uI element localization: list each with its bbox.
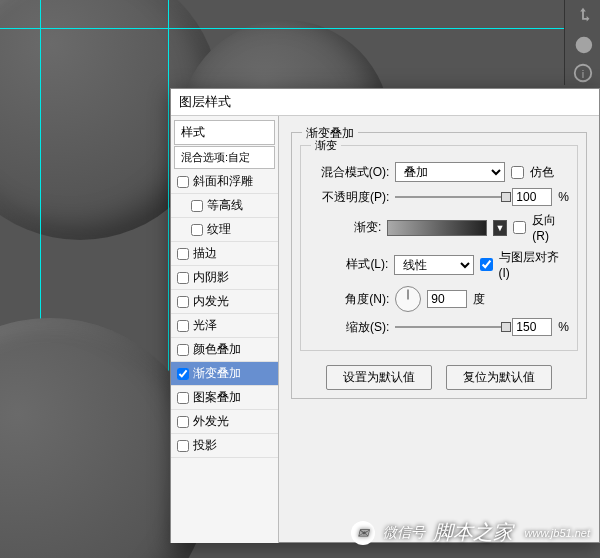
sidebar-item[interactable]: 渐变叠加 bbox=[171, 362, 278, 386]
sidebar-item-label: 内阴影 bbox=[193, 269, 229, 286]
sidebar-item[interactable]: 纹理 bbox=[171, 218, 278, 242]
sidebar-item-label: 等高线 bbox=[207, 197, 243, 214]
dither-checkbox[interactable] bbox=[511, 166, 524, 179]
guide-horizontal bbox=[0, 28, 600, 29]
angle-dial[interactable] bbox=[395, 286, 421, 312]
opacity-input[interactable] bbox=[512, 188, 552, 206]
sidebar-item[interactable]: 等高线 bbox=[171, 194, 278, 218]
wechat-icon: ✉ bbox=[351, 521, 375, 545]
sidebar-item[interactable]: 图案叠加 bbox=[171, 386, 278, 410]
dialog-title: 图层样式 bbox=[171, 89, 599, 116]
sidebar-item[interactable]: 内阴影 bbox=[171, 266, 278, 290]
style-checkbox[interactable] bbox=[191, 224, 203, 236]
sidebar-item-label: 纹理 bbox=[207, 221, 231, 238]
gradient-label: 渐变: bbox=[309, 219, 381, 236]
sidebar-item-label: 外发光 bbox=[193, 413, 229, 430]
content-panel: 渐变叠加 渐变 混合模式(O): 叠加 仿色 不透明度(P): % bbox=[279, 116, 599, 543]
sidebar-item-label: 内发光 bbox=[193, 293, 229, 310]
watermark-prefix: 微信号 bbox=[383, 524, 425, 542]
sidebar-item-label: 渐变叠加 bbox=[193, 365, 241, 382]
style-checkbox[interactable] bbox=[191, 200, 203, 212]
opacity-label: 不透明度(P): bbox=[309, 189, 389, 206]
sidebar-blend-options[interactable]: 混合选项:自定 bbox=[174, 146, 275, 169]
blend-mode-select[interactable]: 叠加 bbox=[395, 162, 505, 182]
sidebar-item-label: 光泽 bbox=[193, 317, 217, 334]
sidebar-item-label: 描边 bbox=[193, 245, 217, 262]
gradient-dropdown-icon[interactable]: ▼ bbox=[493, 220, 508, 236]
style-checkbox[interactable] bbox=[177, 368, 189, 380]
percent-label: % bbox=[558, 190, 569, 204]
gradient-overlay-group: 渐变叠加 渐变 混合模式(O): 叠加 仿色 不透明度(P): % bbox=[291, 132, 587, 399]
sidebar-item[interactable]: 颜色叠加 bbox=[171, 338, 278, 362]
dither-label: 仿色 bbox=[530, 164, 554, 181]
sidebar-item-label: 颜色叠加 bbox=[193, 341, 241, 358]
guide-vertical bbox=[40, 0, 41, 558]
align-checkbox[interactable] bbox=[480, 258, 493, 271]
scale-input[interactable] bbox=[512, 318, 552, 336]
style-label: 样式(L): bbox=[309, 256, 388, 273]
style-checkbox[interactable] bbox=[177, 344, 189, 356]
angle-label: 角度(N): bbox=[309, 291, 389, 308]
sidebar-header[interactable]: 样式 bbox=[174, 120, 275, 145]
blend-mode-label: 混合模式(O): bbox=[309, 164, 389, 181]
history-icon[interactable] bbox=[572, 34, 594, 56]
gradient-group: 渐变 混合模式(O): 叠加 仿色 不透明度(P): % 渐变 bbox=[300, 145, 578, 351]
sidebar-item-label: 图案叠加 bbox=[193, 389, 241, 406]
style-checkbox[interactable] bbox=[177, 392, 189, 404]
styles-sidebar: 样式 混合选项:自定 斜面和浮雕等高线纹理描边内阴影内发光光泽颜色叠加渐变叠加图… bbox=[171, 116, 279, 543]
inner-title: 渐变 bbox=[311, 138, 341, 153]
style-checkbox[interactable] bbox=[177, 440, 189, 452]
usb-icon[interactable] bbox=[572, 6, 594, 28]
gradient-preview[interactable] bbox=[387, 220, 486, 236]
sidebar-item[interactable]: 光泽 bbox=[171, 314, 278, 338]
align-label: 与图层对齐(I) bbox=[499, 249, 569, 280]
reverse-checkbox[interactable] bbox=[513, 221, 526, 234]
style-checkbox[interactable] bbox=[177, 248, 189, 260]
reset-default-button[interactable]: 复位为默认值 bbox=[446, 365, 552, 390]
style-checkbox[interactable] bbox=[177, 416, 189, 428]
style-checkbox[interactable] bbox=[177, 176, 189, 188]
style-checkbox[interactable] bbox=[177, 272, 189, 284]
style-checkbox[interactable] bbox=[177, 320, 189, 332]
degree-label: 度 bbox=[473, 291, 485, 308]
percent-label: % bbox=[558, 320, 569, 334]
watermark-main: 脚本之家 bbox=[433, 519, 513, 546]
watermark: ✉ 微信号 脚本之家 www.jb51.net bbox=[351, 519, 590, 546]
sidebar-item[interactable]: 斜面和浮雕 bbox=[171, 170, 278, 194]
sidebar-item[interactable]: 外发光 bbox=[171, 410, 278, 434]
sidebar-item-label: 投影 bbox=[193, 437, 217, 454]
sidebar-item[interactable]: 内发光 bbox=[171, 290, 278, 314]
angle-input[interactable] bbox=[427, 290, 467, 308]
scale-label: 缩放(S): bbox=[309, 319, 389, 336]
layer-style-dialog: 图层样式 样式 混合选项:自定 斜面和浮雕等高线纹理描边内阴影内发光光泽颜色叠加… bbox=[170, 88, 600, 543]
scale-slider[interactable] bbox=[395, 321, 506, 333]
guide-vertical bbox=[168, 0, 169, 558]
sidebar-item[interactable]: 描边 bbox=[171, 242, 278, 266]
set-default-button[interactable]: 设置为默认值 bbox=[326, 365, 432, 390]
sidebar-item[interactable]: 投影 bbox=[171, 434, 278, 458]
info-icon[interactable]: i bbox=[572, 62, 594, 84]
reverse-label: 反向(R) bbox=[532, 212, 569, 243]
svg-text:i: i bbox=[581, 68, 583, 80]
sidebar-item-label: 斜面和浮雕 bbox=[193, 173, 253, 190]
style-checkbox[interactable] bbox=[177, 296, 189, 308]
right-toolbar: i bbox=[564, 0, 600, 85]
opacity-slider[interactable] bbox=[395, 191, 506, 203]
watermark-sub: www.jb51.net bbox=[525, 527, 590, 539]
style-select[interactable]: 线性 bbox=[394, 255, 473, 275]
